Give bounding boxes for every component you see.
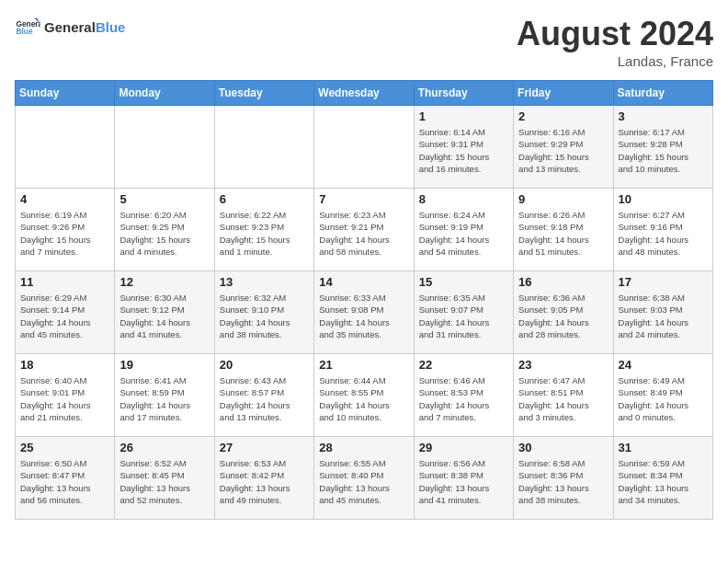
week-row-3: 11Sunrise: 6:29 AM Sunset: 9:14 PM Dayli…: [16, 271, 713, 354]
day-number: 12: [119, 275, 209, 289]
day-number: 4: [20, 192, 109, 206]
day-number: 1: [419, 109, 508, 123]
day-info: Sunrise: 6:52 AM Sunset: 8:45 PM Dayligh…: [119, 457, 209, 506]
day-info: Sunrise: 6:27 AM Sunset: 9:16 PM Dayligh…: [619, 209, 708, 258]
logo: General Blue GeneralBlue: [15, 15, 125, 40]
header-cell-tuesday: Tuesday: [214, 81, 313, 106]
day-info: Sunrise: 6:46 AM Sunset: 8:53 PM Dayligh…: [419, 374, 508, 423]
day-info: Sunrise: 6:56 AM Sunset: 8:38 PM Dayligh…: [419, 457, 508, 506]
day-number: 20: [220, 358, 309, 372]
day-cell: [115, 106, 214, 189]
day-cell: 14Sunrise: 6:33 AM Sunset: 9:08 PM Dayli…: [314, 271, 414, 354]
day-info: Sunrise: 6:55 AM Sunset: 8:40 PM Dayligh…: [319, 457, 408, 506]
day-cell: 19Sunrise: 6:41 AM Sunset: 8:59 PM Dayli…: [115, 354, 214, 437]
day-number: 24: [619, 358, 708, 372]
day-cell: 12Sunrise: 6:30 AM Sunset: 9:12 PM Dayli…: [115, 271, 214, 354]
day-cell: [214, 106, 313, 189]
calendar-header: SundayMondayTuesdayWednesdayThursdayFrid…: [16, 81, 713, 106]
logo-general: General: [44, 19, 96, 35]
day-info: Sunrise: 6:49 AM Sunset: 8:49 PM Dayligh…: [619, 374, 708, 423]
day-cell: 27Sunrise: 6:53 AM Sunset: 8:42 PM Dayli…: [214, 437, 313, 520]
day-number: 16: [518, 275, 608, 289]
calendar-title: August 2024: [517, 15, 713, 53]
day-cell: 25Sunrise: 6:50 AM Sunset: 8:47 PM Dayli…: [16, 437, 115, 520]
day-number: 15: [419, 275, 508, 289]
day-number: 9: [518, 192, 608, 206]
day-cell: 6Sunrise: 6:22 AM Sunset: 9:23 PM Daylig…: [214, 189, 313, 271]
day-info: Sunrise: 6:20 AM Sunset: 9:25 PM Dayligh…: [119, 209, 209, 258]
day-number: 2: [518, 109, 608, 123]
header-cell-saturday: Saturday: [613, 81, 712, 106]
calendar-body: 1Sunrise: 6:14 AM Sunset: 9:31 PM Daylig…: [16, 106, 713, 520]
day-info: Sunrise: 6:41 AM Sunset: 8:59 PM Dayligh…: [119, 374, 209, 423]
header-cell-friday: Friday: [514, 81, 613, 106]
day-cell: 3Sunrise: 6:17 AM Sunset: 9:28 PM Daylig…: [613, 106, 712, 189]
day-cell: [314, 106, 414, 189]
day-number: 17: [619, 275, 708, 289]
title-block: August 2024 Landas, France: [517, 15, 713, 69]
calendar-subtitle: Landas, France: [517, 53, 713, 69]
day-cell: 31Sunrise: 6:59 AM Sunset: 8:34 PM Dayli…: [613, 437, 712, 520]
day-cell: [16, 106, 115, 189]
day-info: Sunrise: 6:35 AM Sunset: 9:07 PM Dayligh…: [419, 292, 508, 340]
logo-blue: Blue: [96, 19, 126, 35]
logo-icon: General Blue: [15, 15, 40, 40]
day-number: 13: [220, 275, 309, 289]
day-cell: 23Sunrise: 6:47 AM Sunset: 8:51 PM Dayli…: [514, 354, 613, 437]
day-number: 10: [619, 192, 708, 206]
week-row-1: 1Sunrise: 6:14 AM Sunset: 9:31 PM Daylig…: [16, 106, 713, 189]
day-cell: 15Sunrise: 6:35 AM Sunset: 9:07 PM Dayli…: [414, 271, 513, 354]
day-number: 5: [119, 192, 209, 206]
header-row: SundayMondayTuesdayWednesdayThursdayFrid…: [16, 81, 713, 106]
day-info: Sunrise: 6:40 AM Sunset: 9:01 PM Dayligh…: [20, 374, 109, 423]
day-info: Sunrise: 6:14 AM Sunset: 9:31 PM Dayligh…: [419, 126, 508, 175]
day-cell: 5Sunrise: 6:20 AM Sunset: 9:25 PM Daylig…: [115, 189, 214, 271]
day-number: 27: [220, 441, 309, 454]
day-cell: 28Sunrise: 6:55 AM Sunset: 8:40 PM Dayli…: [314, 437, 414, 520]
day-cell: 21Sunrise: 6:44 AM Sunset: 8:55 PM Dayli…: [314, 354, 414, 437]
day-cell: 8Sunrise: 6:24 AM Sunset: 9:19 PM Daylig…: [414, 189, 513, 271]
day-info: Sunrise: 6:38 AM Sunset: 9:03 PM Dayligh…: [619, 292, 708, 340]
day-number: 21: [319, 358, 408, 372]
day-number: 6: [220, 192, 309, 206]
day-info: Sunrise: 6:17 AM Sunset: 9:28 PM Dayligh…: [619, 126, 708, 175]
day-cell: 4Sunrise: 6:19 AM Sunset: 9:26 PM Daylig…: [16, 189, 115, 271]
day-cell: 7Sunrise: 6:23 AM Sunset: 9:21 PM Daylig…: [314, 189, 414, 271]
day-cell: 9Sunrise: 6:26 AM Sunset: 9:18 PM Daylig…: [514, 189, 613, 271]
day-info: Sunrise: 6:44 AM Sunset: 8:55 PM Dayligh…: [319, 374, 408, 423]
day-cell: 22Sunrise: 6:46 AM Sunset: 8:53 PM Dayli…: [414, 354, 513, 437]
calendar-table: SundayMondayTuesdayWednesdayThursdayFrid…: [15, 80, 713, 520]
day-info: Sunrise: 6:30 AM Sunset: 9:12 PM Dayligh…: [119, 292, 209, 340]
day-number: 29: [419, 441, 508, 454]
day-info: Sunrise: 6:16 AM Sunset: 9:29 PM Dayligh…: [518, 126, 608, 175]
week-row-2: 4Sunrise: 6:19 AM Sunset: 9:26 PM Daylig…: [16, 189, 713, 271]
day-number: 11: [20, 275, 109, 289]
day-info: Sunrise: 6:47 AM Sunset: 8:51 PM Dayligh…: [518, 374, 608, 423]
header-cell-sunday: Sunday: [16, 81, 115, 106]
day-number: 28: [319, 441, 408, 454]
day-info: Sunrise: 6:50 AM Sunset: 8:47 PM Dayligh…: [20, 457, 109, 506]
day-number: 23: [518, 358, 608, 372]
header-cell-wednesday: Wednesday: [314, 81, 414, 106]
day-number: 30: [518, 441, 608, 454]
day-cell: 10Sunrise: 6:27 AM Sunset: 9:16 PM Dayli…: [613, 189, 712, 271]
day-cell: 17Sunrise: 6:38 AM Sunset: 9:03 PM Dayli…: [613, 271, 712, 354]
day-number: 25: [20, 441, 109, 454]
day-cell: 13Sunrise: 6:32 AM Sunset: 9:10 PM Dayli…: [214, 271, 313, 354]
day-number: 14: [319, 275, 408, 289]
day-info: Sunrise: 6:32 AM Sunset: 9:10 PM Dayligh…: [220, 292, 309, 340]
header-cell-monday: Monday: [115, 81, 214, 106]
day-number: 26: [119, 441, 209, 454]
day-number: 3: [619, 109, 708, 123]
day-cell: 20Sunrise: 6:43 AM Sunset: 8:57 PM Dayli…: [214, 354, 313, 437]
day-info: Sunrise: 6:26 AM Sunset: 9:18 PM Dayligh…: [518, 209, 608, 258]
day-info: Sunrise: 6:43 AM Sunset: 8:57 PM Dayligh…: [220, 374, 309, 423]
day-number: 8: [419, 192, 508, 206]
day-cell: 11Sunrise: 6:29 AM Sunset: 9:14 PM Dayli…: [16, 271, 115, 354]
svg-text:Blue: Blue: [16, 27, 32, 36]
day-number: 22: [419, 358, 508, 372]
day-info: Sunrise: 6:33 AM Sunset: 9:08 PM Dayligh…: [319, 292, 408, 340]
day-cell: 30Sunrise: 6:58 AM Sunset: 8:36 PM Dayli…: [514, 437, 613, 520]
day-info: Sunrise: 6:22 AM Sunset: 9:23 PM Dayligh…: [220, 209, 309, 258]
day-info: Sunrise: 6:23 AM Sunset: 9:21 PM Dayligh…: [319, 209, 408, 258]
